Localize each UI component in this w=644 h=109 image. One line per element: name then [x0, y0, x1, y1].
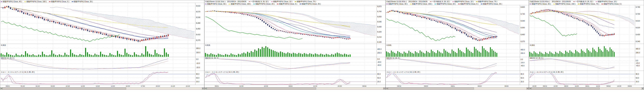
scroll-left-button[interactable]: ◀	[204, 88, 207, 90]
scrollbar-thumb[interactable]	[207, 88, 316, 90]
legend-item: 移動平均PX( Close, 10 )	[596, 0, 617, 3]
legend-text: 移動平均PX( Close, 40 )	[532, 3, 551, 5]
scrollbar-track[interactable]	[388, 88, 526, 90]
legend-marker-icon	[573, 1, 575, 2]
svg-text:400.0: 400.0	[377, 48, 382, 50]
x-axis-label: 14:40	[111, 85, 115, 87]
x-axis-label: 12:00	[313, 85, 317, 87]
volume-bars	[205, 46, 351, 57]
legend-marker-icon	[458, 4, 460, 4]
legend-text: 移動平均PX( Close, 10 )	[454, 0, 474, 3]
scroll-left-button[interactable]: ◀	[386, 88, 388, 90]
svg-text:80.0: 80.0	[196, 73, 200, 75]
x-axis-label: 09/22	[478, 85, 482, 87]
legend-item: 移動平均PX( Close, 5 )	[49, 0, 69, 3]
svg-text:8,210: 8,210	[377, 36, 382, 38]
svg-text:-30.0: -30.0	[377, 61, 381, 63]
legend-marker-icon	[1, 1, 2, 2]
legend-item: 移動平均PX( Close, 25 )	[72, 0, 93, 3]
moving-average-line-20	[386, 11, 497, 38]
horizontal-scrollbar[interactable]: ◀▶	[529, 87, 644, 90]
price-chart-canvas: 8,6108,5708,5308,4908,4508,4108,370	[0, 3, 204, 44]
scrollbar-thumb[interactable]	[388, 88, 474, 90]
scroll-right-button[interactable]: ▶	[383, 88, 386, 90]
legend-item: 移動平均PX( Close, 5 )	[458, 3, 478, 5]
stoch-slow-k-line	[530, 72, 614, 84]
svg-text:80.0: 80.0	[636, 73, 639, 75]
stoch-slow-d-line	[205, 74, 350, 84]
price-chart-section: 8,8208,7308,6408,5508,4608,370	[386, 5, 529, 44]
legend-text: 移動平均PX( Close, 150 )	[412, 3, 432, 5]
scrollbar-thumb[interactable]	[531, 88, 600, 90]
scroll-right-button[interactable]: ▶	[642, 88, 644, 90]
legend-item: 移動平均PX( Close, 150 )	[24, 0, 46, 3]
svg-text:50.0: 50.0	[196, 77, 200, 79]
chart-panel-1: 移動平均PX( Close, 40 )移動平均PX( Close, 150 )移…	[0, 0, 204, 90]
macd-canvas: 0.0-10.0-20.0	[0, 57, 204, 71]
svg-text:300.0: 300.0	[196, 47, 200, 49]
price-chart-section: 8,7908,7008,6108,5208,4308,340	[529, 5, 644, 44]
x-axis-label: 13:20	[96, 85, 100, 87]
scroll-right-button[interactable]: ▶	[202, 88, 204, 90]
legend-text: 移動平均PX( Close, 25 )	[74, 0, 93, 3]
legend-text: 移動平均PX( Close, 5 )	[460, 3, 478, 5]
horizontal-scrollbar[interactable]: ◀▶	[0, 87, 204, 90]
chart-panel-4: 日経225mini 11/10( 60分 ) 2011/09/14 - 2011…	[529, 0, 644, 90]
x-axis-label: 09/20	[564, 85, 568, 87]
volume-section: 出来高400.0200.0	[204, 44, 386, 57]
macd-signal-line	[386, 59, 497, 68]
svg-text:8,730: 8,730	[520, 13, 525, 15]
x-axis-labels: 09/2112:0020:0009/2212:0020:0009/26	[204, 85, 386, 87]
legend-item: 移動平均PX( Close, 40 )	[530, 3, 551, 5]
svg-text:0.0: 0.0	[520, 59, 523, 60]
svg-text:8,550: 8,550	[520, 27, 525, 29]
legend-marker-icon	[530, 4, 531, 4]
svg-text:8,870: 8,870	[377, 5, 382, 7]
svg-text:80.0: 80.0	[377, 73, 381, 75]
scrollbar-track[interactable]	[2, 88, 202, 90]
ichimoku-lagging-span	[205, 17, 302, 39]
macd-signal-line	[205, 59, 350, 68]
horizontal-scrollbar[interactable]: ◀▶	[204, 87, 386, 90]
legend-text: 移動平均PX( Close, 10 )	[598, 0, 617, 3]
volume-label: 出来高	[205, 44, 210, 46]
price-chart-canvas: 8,8208,7308,6408,5508,4608,370	[386, 5, 529, 44]
svg-text:8,370: 8,370	[520, 41, 525, 42]
legend-item: 移動平均PX( Close, 75 )	[578, 3, 599, 5]
legend-marker-icon	[253, 4, 255, 4]
svg-text:200.0: 200.0	[377, 52, 382, 54]
scroll-right-button[interactable]: ▶	[526, 88, 529, 90]
legend-text: 日経225mini 11/10( 60分 ) 2011/09/14 - 2011…	[386, 0, 428, 3]
x-axis-label: 16:00	[596, 85, 600, 87]
legend-text: 移動平均PX( Close, 5 )	[51, 0, 69, 3]
x-axis-label: 12:00	[240, 85, 244, 87]
stochastics-section: スロー・ストキャスティクス( 14, 3, 80, 20 )80.050.020…	[0, 71, 204, 85]
volume-bars	[1, 46, 169, 57]
stochastics-section: スロー・ストキャスティクス( 14, 3, 80, 20 )80.050.020…	[204, 71, 386, 85]
legend-item: 移動平均PX( Close, 5 )	[601, 3, 622, 5]
svg-text:8,760: 8,760	[377, 10, 382, 12]
svg-text:8,610: 8,610	[196, 5, 200, 7]
x-axis-label: 09/22	[606, 85, 610, 87]
chart-title: 日経225mini 11/10( 15分 ) 2011/09/14 - 2011…	[205, 0, 246, 3]
svg-text:-10.0: -10.0	[196, 62, 200, 64]
scrollbar-track[interactable]	[531, 88, 642, 90]
legend-line: 移動平均PX( Close, 40 )移動平均PX( Close, 150 )移…	[205, 3, 385, 5]
legend-item: 移動平均PX( Close, 75 )	[295, 0, 316, 3]
scroll-left-button[interactable]: ◀	[0, 88, 2, 90]
legend-item: 移動平均PX( Close, 75 )	[476, 0, 497, 3]
legend-line: 日経225mini 11/10( 15分 ) 2011/09/14 - 2011…	[205, 0, 385, 3]
svg-text:0.0: 0.0	[377, 58, 380, 60]
scrollbar-track[interactable]	[207, 88, 383, 90]
legend-text: 移動平均PX( Close, 5 )	[604, 3, 622, 5]
volume-label: 出来高	[530, 44, 535, 46]
x-axis-label: 09/22	[6, 85, 10, 87]
horizontal-scrollbar[interactable]: ◀▶	[386, 87, 529, 90]
scrollbar-thumb[interactable]	[2, 88, 126, 90]
legend-text: 一目均衡表( 9, 26, 52 )	[432, 0, 450, 3]
legend-text: 移動平均PX( Close, 20 )	[256, 3, 274, 5]
x-axis-label: 09/22	[288, 85, 293, 87]
legend-text: 移動平均PX( Close, 25 )	[302, 3, 321, 5]
svg-text:80.0: 80.0	[520, 73, 524, 75]
scroll-left-button[interactable]: ◀	[529, 88, 531, 90]
